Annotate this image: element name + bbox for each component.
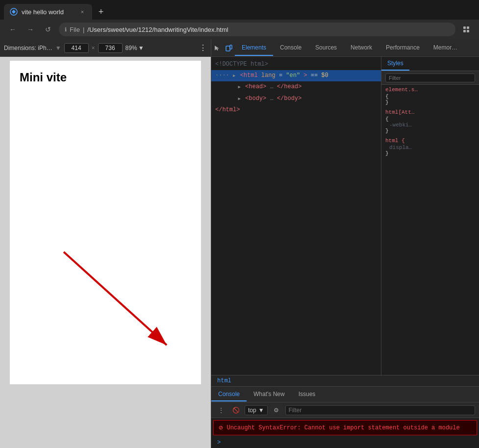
elements-main: <!DOCTYPE html> ···· ▶ <html lang = "en"… [211,57,479,375]
dom-body-line[interactable]: ▶ <body> … </body> [211,93,381,104]
browser-chrome: vite hello world × + ← → ↺ ℹ File | /Use… [0,0,479,39]
address-separator: | [83,26,84,33]
tab-close-button[interactable]: × [78,8,86,16]
console-filter-input[interactable] [285,405,475,415]
inspect-element-icon[interactable] [211,42,223,54]
tab-sources[interactable]: Sources [308,40,344,56]
page-preview: Mini vite [10,61,201,384]
style-rule-2: html[Att… { -webki… } [385,109,475,134]
breadcrumb-html[interactable]: html [217,377,231,384]
page-title: Mini vite [10,61,201,94]
svg-rect-7 [226,46,230,51]
dom-html-line[interactable]: ···· ▶ <html lang = "en" > == $0 [211,70,381,81]
console-toolbar: ⋮ 🚫 top ▼ ⚙ [211,402,479,418]
dimensions-label: Dimensions: iPh… [4,45,52,51]
error-text: Uncaught SyntaxError: Cannot use import … [227,424,459,431]
console-more-button[interactable]: ⋮ [215,404,227,416]
dom-close-html[interactable]: </html> [211,104,381,116]
tab-favicon [10,8,18,16]
svg-rect-2 [467,26,469,29]
console-tabs: Console What's New Issues [211,387,479,402]
console-settings-button[interactable]: ⚙ [271,404,282,416]
style-rule-3: html { displa… } [385,138,475,156]
tab-memory[interactable]: Memor… [427,40,464,56]
file-label: File [70,26,80,33]
svg-rect-3 [463,30,466,32]
console-tab-console[interactable]: Console [211,388,247,401]
styles-tab-styles[interactable]: Styles [381,57,409,71]
dom-tree: <!DOCTYPE html> ···· ▶ <html lang = "en"… [211,57,381,375]
error-icon: ⊘ [219,423,223,432]
style-rule-1: element.s… { } [385,87,475,105]
styles-tabs: Styles [381,57,479,71]
browser-tab[interactable]: vite hello world × [4,4,92,20]
device-toggle-icon[interactable] [223,42,235,54]
tab-network[interactable]: Network [344,40,379,56]
dom-doctype[interactable]: <!DOCTYPE html> [211,59,381,70]
viewport-area: Dimensions: iPh… ▼ × 89% ▼ ⋮ Mini vite [0,39,211,448]
svg-rect-1 [463,26,466,29]
console-cursor[interactable]: > [211,437,479,448]
back-button[interactable]: ← [6,23,20,36]
svg-rect-8 [230,45,232,49]
forward-button[interactable]: → [24,23,37,36]
devtools-panel: Elements Console Sources Network Perform… [211,39,479,448]
console-error: ⊘ Uncaught SyntaxError: Cannot use impor… [213,420,477,435]
address-info-icon: ℹ [65,26,67,33]
devtools-tabs: Elements Console Sources Network Perform… [211,39,479,57]
tab-elements[interactable]: Elements [235,40,273,56]
console-clear-button[interactable]: 🚫 [230,404,242,416]
console-tab-whats-new[interactable]: What's New [247,388,292,401]
zoom-control[interactable]: 89% ▼ [126,45,144,51]
tab-title: vite hello world [22,8,64,16]
address-box[interactable]: ℹ File | /Users/sweet/vue/1212/handwriti… [59,23,455,36]
styles-filter [381,71,479,85]
viewport-x-label: × [92,45,95,51]
styles-content: element.s… { } html[Att… { -webki… } htm… [381,85,479,162]
viewport-width-input[interactable] [64,43,89,53]
dom-head-line[interactable]: ▶ <head> … </head> [211,81,381,93]
annotation-arrow [59,247,176,355]
refresh-button[interactable]: ↺ [41,23,55,36]
tab-bar: vite hello world × + [0,0,479,20]
svg-line-6 [64,252,167,345]
svg-rect-4 [467,30,469,32]
console-tab-issues[interactable]: Issues [292,388,323,401]
breadcrumb: html [211,375,479,387]
main-content: Dimensions: iPh… ▼ × 89% ▼ ⋮ Mini vite [0,39,479,448]
extensions-button[interactable] [459,23,473,36]
viewport-more-button[interactable]: ⋮ [199,43,207,52]
address-bar-row: ← → ↺ ℹ File | /Users/sweet/vue/1212/han… [0,20,479,39]
tab-console[interactable]: Console [273,40,308,56]
console-area: html Console What's New Issues ⋮ 🚫 t [211,375,479,448]
console-context-selector[interactable]: top ▼ [245,405,268,415]
address-url: /Users/sweet/vue/1212/handwritingVite/in… [87,26,228,33]
tab-performance[interactable]: Performance [379,40,427,56]
new-tab-button[interactable]: + [94,5,108,19]
styles-filter-input[interactable] [385,74,475,82]
viewport-toolbar: Dimensions: iPh… ▼ × 89% ▼ ⋮ [0,39,211,57]
styles-panel: Styles element.s… { } html[Att… { -webki… [381,57,479,375]
viewport-height-input[interactable] [98,43,123,53]
viewport-content: Mini vite [0,57,211,448]
